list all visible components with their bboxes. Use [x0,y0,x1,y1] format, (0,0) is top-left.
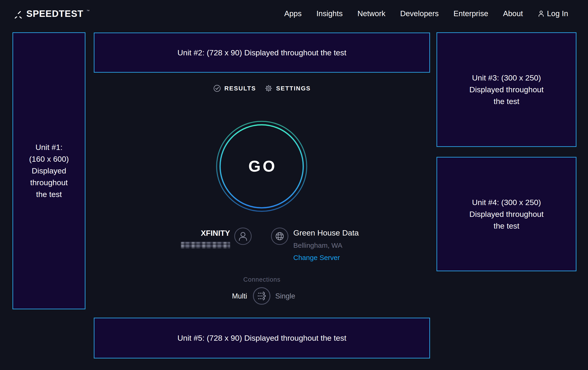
tab-results-label: RESULTS [224,85,256,92]
nav-item-enterprise[interactable]: Enterprise [454,9,488,18]
logo-text: SPEEDTEST [26,9,83,19]
ad-unit-1-text: throughout [30,177,68,189]
connections-toggle-icon[interactable] [252,287,271,305]
nav-item-network[interactable]: Network [357,9,386,18]
ad-unit-4-text: Displayed throughout [469,208,543,220]
ad-unit-1-text: (160 x 600) [29,153,69,165]
ad-unit-1-text: Displayed [32,165,66,177]
ad-unit-4-text: the test [494,220,519,232]
connections-multi-option[interactable]: Multi [199,292,247,300]
tab-bar: RESULTS SETTINGS [94,83,430,94]
ad-unit-4-text: Unit #4: (300 x 250) [472,197,541,208]
ad-unit-2[interactable]: Unit #2: (728 x 90) Displayed throughout… [94,32,430,73]
connections-label: Connections [94,276,430,283]
ad-unit-3[interactable]: Unit #3: (300 x 250) Displayed throughou… [437,32,577,147]
server-location: Bellingham, WA [293,241,342,249]
ad-unit-3-text: Displayed throughout [469,84,543,96]
change-server-link[interactable]: Change Server [293,254,340,261]
go-button[interactable]: GO [215,120,308,212]
nav-item-developers[interactable]: Developers [400,9,439,18]
ad-unit-1-text: Unit #1: [35,141,62,153]
nav-item-about[interactable]: About [503,9,523,18]
login-label: Log In [547,9,568,18]
ad-unit-3-text: the test [494,96,519,107]
connections-single-option[interactable]: Single [275,292,295,300]
speedtest-logo[interactable]: SPEEDTEST ™ [13,9,90,19]
gear-icon [265,84,273,92]
nav-item-insights[interactable]: Insights [316,9,343,18]
server-globe-icon [271,227,289,245]
nav-item-apps[interactable]: Apps [284,9,302,18]
check-circle-icon [213,84,221,92]
ad-unit-3-text: Unit #3: (300 x 250) [472,72,541,84]
ad-unit-5-text: Unit #5: (728 x 90) Displayed throughout… [177,332,346,344]
tab-settings-label: SETTINGS [276,85,311,92]
ad-unit-5[interactable]: Unit #5: (728 x 90) Displayed throughout… [94,318,430,359]
ad-unit-1[interactable]: Unit #1: (160 x 600) Displayed throughou… [12,32,85,309]
ad-unit-4[interactable]: Unit #4: (300 x 250) Displayed throughou… [437,157,577,271]
ad-unit-2-text: Unit #2: (728 x 90) Displayed throughout… [177,47,346,59]
tab-results[interactable]: RESULTS [213,84,256,92]
top-nav: SPEEDTEST ™ Apps Insights Network Develo… [0,0,588,27]
logo-trademark: ™ [87,9,90,13]
speedometer-icon [13,9,23,19]
isp-person-icon [234,227,252,245]
login-button[interactable]: Log In [538,9,568,18]
go-button-rings [215,120,308,212]
isp-name: XFINITY [162,229,230,238]
server-name: Green House Data [293,228,359,237]
isp-ip-redacted [181,242,230,249]
ad-unit-1-text: the test [36,189,62,200]
tab-settings[interactable]: SETTINGS [265,84,311,92]
user-icon [538,10,545,18]
nav-menu: Apps Insights Network Developers Enterpr… [284,9,568,18]
